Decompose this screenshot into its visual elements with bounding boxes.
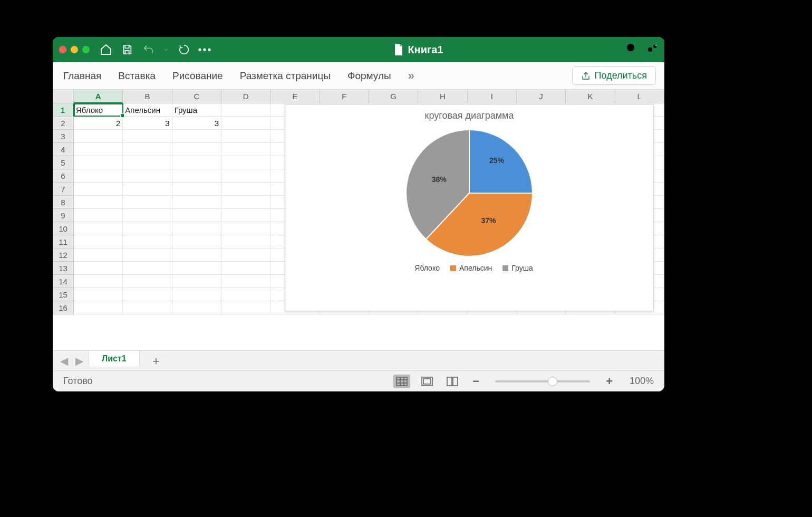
sheet-tab-bar: ◀ ▶ Лист1 ＋ xyxy=(53,350,664,370)
undo-dropdown-icon[interactable] xyxy=(162,43,170,56)
view-normal-icon[interactable] xyxy=(393,375,410,388)
row-header-8[interactable]: 8 xyxy=(53,196,74,209)
col-header-C[interactable]: C xyxy=(172,90,221,103)
close-window[interactable] xyxy=(59,46,66,53)
svg-rect-14 xyxy=(447,377,452,386)
ribbon: Главная Вставка Рисование Разметка стран… xyxy=(53,62,664,90)
row-header-9[interactable]: 9 xyxy=(53,209,74,222)
svg-point-1 xyxy=(648,47,652,52)
row-header-4[interactable]: 4 xyxy=(53,143,74,156)
select-all-corner[interactable] xyxy=(53,90,74,103)
row-header-15[interactable]: 15 xyxy=(53,288,74,301)
row-header-6[interactable]: 6 xyxy=(53,169,74,183)
titlebar-left-icons: ••• xyxy=(99,43,212,56)
legend-item-2: Апельсин xyxy=(459,264,492,272)
zoom-slider[interactable] xyxy=(495,380,590,382)
col-header-A[interactable]: A xyxy=(74,90,123,103)
col-header-L[interactable]: L xyxy=(615,90,664,103)
ribbon-more[interactable]: » xyxy=(408,69,414,83)
zoom-in-button[interactable]: + xyxy=(603,375,616,388)
chart-legend: Яблоко Апельсин Груша xyxy=(405,264,533,272)
row-header-7[interactable]: 7 xyxy=(53,183,74,196)
document-title: Книга1 xyxy=(212,44,625,56)
cell-A2[interactable]: 2 xyxy=(74,117,123,130)
zoom-out-button[interactable]: − xyxy=(469,375,482,388)
home-icon[interactable] xyxy=(99,43,113,56)
undo-icon[interactable] xyxy=(141,43,155,56)
svg-rect-13 xyxy=(423,379,431,384)
titlebar: ••• Книга1 xyxy=(53,37,664,62)
status-bar: Готово − + 100% xyxy=(53,370,664,391)
window-controls xyxy=(59,46,90,53)
ribbon-tab-home[interactable]: Главная xyxy=(63,68,101,84)
save-icon[interactable] xyxy=(120,43,134,56)
pie-chart[interactable]: круговая диаграмма 25% 37% 38% xyxy=(285,104,654,311)
cell-C1[interactable]: Груша xyxy=(172,103,221,117)
col-header-D[interactable]: D xyxy=(221,90,270,103)
chart-title: круговая диаграмма xyxy=(425,110,514,121)
row-header-3[interactable]: 3 xyxy=(53,130,74,143)
pie-label-2: 37% xyxy=(481,216,496,225)
cell-D2[interactable] xyxy=(221,117,270,130)
row-header-12[interactable]: 12 xyxy=(53,248,74,262)
app-window: ••• Книга1 Главная Вставка Рисование Раз… xyxy=(53,37,664,391)
cell-D1[interactable] xyxy=(221,103,270,117)
legend-item-1: Яблоко xyxy=(414,264,440,272)
cell-B2[interactable]: 3 xyxy=(123,117,172,130)
svg-rect-7 xyxy=(397,377,407,386)
cell-B1[interactable]: Апельсин xyxy=(123,103,172,117)
zoom-level[interactable]: 100% xyxy=(624,376,654,387)
col-header-K[interactable]: K xyxy=(566,90,615,103)
row-header-16[interactable]: 16 xyxy=(53,301,74,314)
zoom-thumb[interactable] xyxy=(548,377,557,386)
row-header-13[interactable]: 13 xyxy=(53,262,74,275)
cell-A3[interactable] xyxy=(74,130,123,143)
svg-point-3 xyxy=(655,45,656,46)
share-button[interactable]: Поделиться xyxy=(572,66,656,85)
svg-point-0 xyxy=(627,44,634,51)
share-label: Поделиться xyxy=(595,70,647,81)
search-icon[interactable] xyxy=(625,42,638,57)
row-header-14[interactable]: 14 xyxy=(53,275,74,288)
row-headers: 1 2 3 4 5 6 7 8 9 10 11 12 13 14 15 16 xyxy=(53,103,74,314)
titlebar-right-icons xyxy=(625,42,658,57)
minimize-window[interactable] xyxy=(71,46,78,53)
svg-rect-15 xyxy=(453,377,458,386)
pie-label-1: 25% xyxy=(489,156,504,165)
sheet-nav-prev[interactable]: ◀ xyxy=(58,355,70,367)
row-header-5[interactable]: 5 xyxy=(53,156,74,169)
col-header-G[interactable]: G xyxy=(369,90,418,103)
share-icon xyxy=(581,71,591,81)
ribbon-tab-pagelayout[interactable]: Разметка страницы xyxy=(240,68,331,84)
col-header-E[interactable]: E xyxy=(270,90,320,103)
col-header-F[interactable]: F xyxy=(320,90,369,103)
col-header-B[interactable]: B xyxy=(123,90,172,103)
sheet-tab-active[interactable]: Лист1 xyxy=(89,350,140,367)
ribbon-tab-formulas[interactable]: Формулы xyxy=(347,68,391,84)
add-sheet-button[interactable]: ＋ xyxy=(143,353,169,369)
cell-C2[interactable]: 3 xyxy=(172,117,221,130)
view-pagebreak-icon[interactable] xyxy=(444,375,461,388)
document-icon xyxy=(394,44,403,55)
ribbon-tab-draw[interactable]: Рисование xyxy=(172,68,223,84)
sheet-nav-next[interactable]: ▶ xyxy=(73,355,85,367)
col-header-H[interactable]: H xyxy=(418,90,467,103)
column-headers: A B C D E F G H I J K L xyxy=(74,90,664,103)
row-header-11[interactable]: 11 xyxy=(53,235,74,248)
coauthoring-icon[interactable] xyxy=(645,42,658,57)
col-header-J[interactable]: J xyxy=(517,90,566,103)
row-header-2[interactable]: 2 xyxy=(53,117,74,130)
more-icon[interactable]: ••• xyxy=(198,43,212,56)
pie-label-3: 38% xyxy=(432,175,447,184)
cell-A1[interactable]: Яблоко xyxy=(74,103,123,117)
redo-icon[interactable] xyxy=(177,43,191,56)
fullscreen-window[interactable] xyxy=(82,46,90,53)
spreadsheet-grid[interactable]: A B C D E F G H I J K L 1 2 3 4 5 6 7 8 … xyxy=(53,90,664,350)
pie-graphic: 25% 37% 38% xyxy=(401,125,538,262)
col-header-I[interactable]: I xyxy=(468,90,517,103)
title-text: Книга1 xyxy=(408,44,443,56)
view-pagelayout-icon[interactable] xyxy=(419,375,436,388)
row-header-1[interactable]: 1 xyxy=(53,103,74,117)
row-header-10[interactable]: 10 xyxy=(53,222,74,235)
ribbon-tab-insert[interactable]: Вставка xyxy=(118,68,156,84)
